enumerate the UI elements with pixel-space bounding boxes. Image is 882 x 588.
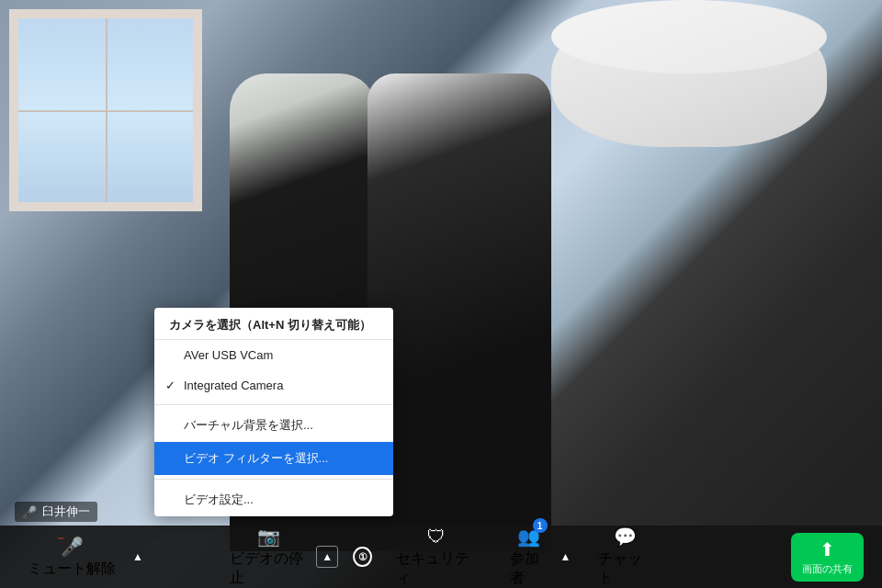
camera-context-menu: カメラを選択（Alt+N 切り替え可能） AVer USB VCam Integ… — [154, 308, 393, 516]
share-label: 画面の共有 — [802, 562, 853, 576]
menu-item-video-filter-label: ビデオ フィルターを選択... — [184, 450, 328, 467]
video-btn-pair: 📷 ビデオの停止 ▲ — [220, 520, 338, 588]
chat-icon: 💬 — [614, 526, 637, 548]
participants-button[interactable]: 👥 1 参加者 — [501, 520, 557, 588]
mute-button[interactable]: 🎤 ⁻ ミュート解除 — [18, 530, 125, 584]
menu-item-video-settings-label: ビデオ設定... — [184, 492, 254, 508]
participants-chevron-button[interactable]: ▲ — [556, 548, 574, 565]
menu-item-video-settings[interactable]: ビデオ設定... — [154, 483, 393, 516]
toolbar-center: 📷 ビデオの停止 ▲ ① 🛡 セキュリティ 👥 1 参加者 ▲ — [220, 520, 662, 588]
mute-label: ミュート解除 — [28, 560, 116, 579]
menu-item-virtual-bg[interactable]: バーチャル背景を選択... — [154, 409, 393, 442]
video-background — [0, 0, 882, 588]
menu-item-video-filter[interactable]: ビデオ フィルターを選択... — [154, 442, 393, 475]
toolbar-right: ⬆ 画面の共有 — [791, 533, 864, 582]
menu-item-aver-usb[interactable]: AVer USB VCam — [154, 340, 393, 370]
menu-item-aver-usb-label: AVer USB VCam — [184, 348, 273, 362]
circle-badge-button[interactable]: ① — [353, 547, 372, 567]
participants-label: 参加者 — [510, 549, 548, 588]
participants-icon-wrap: 👥 1 — [517, 526, 540, 548]
participants-btn-pair: 👥 1 参加者 ▲ — [501, 520, 575, 588]
menu-divider-1 — [154, 404, 393, 405]
security-icon: 🛡 — [427, 526, 446, 548]
participants-count: 1 — [533, 518, 548, 533]
menu-section-title: カメラを選択（Alt+N 切り替え可能） — [154, 308, 393, 340]
video-chevron-button[interactable]: ▲ — [316, 546, 338, 568]
chat-label: チャット — [598, 549, 652, 588]
participant-name-text: 臼井伸一 — [42, 503, 90, 520]
mute-chevron-button[interactable]: ▲ — [129, 548, 147, 565]
toolbar: 🎤 ⁻ ミュート解除 ▲ 📷 ビデオの停止 ▲ ① 🛡 セキュリティ — [0, 526, 882, 588]
menu-divider-2 — [154, 479, 393, 480]
chat-button[interactable]: 💬 チャット — [589, 520, 662, 588]
share-screen-button[interactable]: ⬆ 画面の共有 — [791, 533, 864, 582]
security-label: セキュリティ — [396, 549, 477, 588]
menu-item-integrated-camera-label: Integrated Camera — [184, 379, 283, 392]
menu-item-integrated-camera[interactable]: Integrated Camera — [154, 370, 393, 401]
circle-badge-label: ① — [358, 551, 368, 563]
video-stop-button[interactable]: 📷 ビデオの停止 — [220, 520, 316, 588]
video-label: ビデオの停止 — [230, 549, 307, 588]
participant-name-bar: 🎤 臼井伸一 — [15, 502, 97, 522]
mic-icon: 🎤 ⁻ — [61, 536, 84, 558]
mic-off-icon: 🎤 — [22, 505, 37, 519]
toolbar-left: 🎤 ⁻ ミュート解除 ▲ — [18, 530, 147, 584]
mute-slash-icon: ⁻ — [57, 532, 64, 549]
security-button[interactable]: 🛡 セキュリティ — [387, 521, 486, 589]
video-icon: 📷 — [257, 526, 280, 548]
menu-item-virtual-bg-label: バーチャル背景を選択... — [184, 417, 313, 434]
share-icon: ⬆ — [820, 538, 835, 560]
